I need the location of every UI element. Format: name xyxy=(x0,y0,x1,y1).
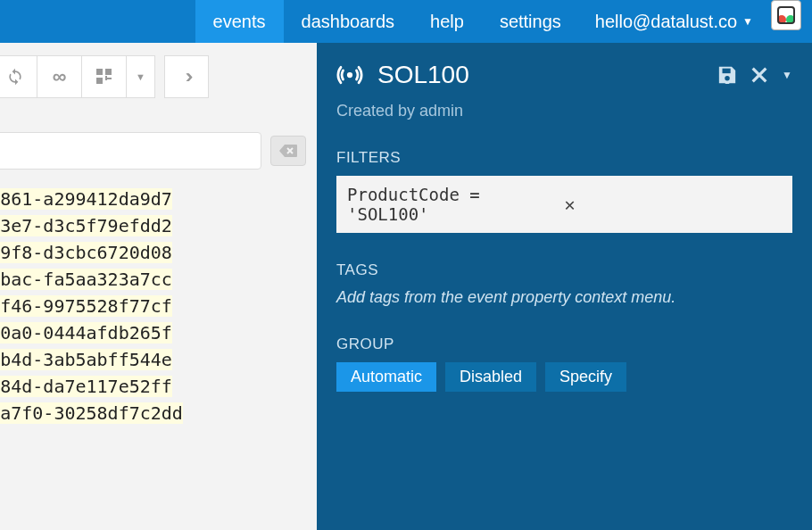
svg-rect-3 xyxy=(96,69,103,75)
chevrons-right-icon: ›› xyxy=(186,65,188,88)
caret-down-icon: ▼ xyxy=(136,71,145,82)
close-icon xyxy=(750,65,769,85)
log-list: f42-b861-a299412da9d7 db1-93e7-d3c5f79ef… xyxy=(0,182,317,430)
caret-down-icon: ▼ xyxy=(782,69,792,81)
log-line[interactable]: 44ca-a7f0-30258df7c2dd xyxy=(0,400,317,426)
log-line[interactable]: db1-93e7-d3c5f79efdd2 xyxy=(0,212,317,239)
group-specify-button[interactable]: Specify xyxy=(545,362,626,392)
nav-events[interactable]: events xyxy=(195,0,284,43)
left-pane: ∞ ▼ ›› f42-b861-a299412da9d xyxy=(0,43,317,530)
svg-rect-9 xyxy=(723,69,731,74)
log-line[interactable]: a68-80a0-0444afdb265f xyxy=(0,319,317,346)
log-line[interactable]: 923-884d-da7e117e52ff xyxy=(0,373,317,400)
svg-point-10 xyxy=(725,76,730,81)
toolbar: ∞ ▼ ›› xyxy=(0,43,317,111)
close-button[interactable] xyxy=(750,65,769,85)
filters-label: FILTERS xyxy=(336,149,792,167)
filter-expression: ProductCode = 'SOL100' xyxy=(347,185,561,224)
nav-dashboards[interactable]: dashboards xyxy=(284,0,413,43)
clear-search-button[interactable] xyxy=(270,136,306,166)
columns-button[interactable] xyxy=(82,55,127,98)
top-nav: events dashboards help settings hello@da… xyxy=(0,0,812,43)
columns-dropdown-button[interactable]: ▼ xyxy=(127,55,155,98)
nav-user-label: hello@datalust.co xyxy=(595,12,737,32)
signal-icon xyxy=(336,62,363,88)
tags-hint: Add tags from the event property context… xyxy=(336,288,792,307)
refresh-button[interactable] xyxy=(0,55,37,98)
avatar[interactable] xyxy=(771,0,801,30)
nav-user-menu[interactable]: hello@datalust.co ▼ xyxy=(579,0,762,43)
expand-button[interactable]: ›› xyxy=(164,55,209,98)
svg-rect-7 xyxy=(105,76,107,80)
svg-rect-4 xyxy=(105,69,112,75)
save-icon xyxy=(717,65,737,85)
grid-icon xyxy=(96,69,112,85)
created-by-label: Created by admin xyxy=(336,102,792,120)
nav-help[interactable]: help xyxy=(412,0,482,43)
filter-row[interactable]: ProductCode = 'SOL100' ✕ xyxy=(336,176,792,233)
log-line[interactable]: 117-ab4d-3ab5abff544e xyxy=(0,346,317,373)
group-label: GROUP xyxy=(336,335,792,353)
remove-filter-button[interactable]: ✕ xyxy=(561,194,783,215)
avatar-icon xyxy=(775,4,797,26)
svg-rect-5 xyxy=(96,78,103,84)
signal-title: SOL100 xyxy=(377,61,703,89)
nav-settings[interactable]: settings xyxy=(482,0,579,43)
tail-button[interactable]: ∞ xyxy=(37,55,82,98)
log-line[interactable]: 3fe-a9f8-d3cbc6720d08 xyxy=(0,239,317,266)
log-line[interactable]: a9e-8f46-9975528f77cf xyxy=(0,293,317,319)
tags-label: TAGS xyxy=(336,261,792,279)
caret-down-icon: ▼ xyxy=(742,15,753,28)
signal-panel: SOL100 ▼ Created by admin FILTERS Produc… xyxy=(317,43,812,530)
log-line[interactable]: 946-9bac-fa5aa323a7cc xyxy=(0,266,317,293)
backspace-icon xyxy=(279,145,297,157)
log-line[interactable]: f42-b861-a299412da9d7 xyxy=(0,186,317,212)
group-automatic-button[interactable]: Automatic xyxy=(336,362,436,392)
refresh-icon xyxy=(6,68,24,86)
svg-point-8 xyxy=(347,72,352,78)
more-menu-button[interactable]: ▼ xyxy=(782,69,792,81)
group-disabled-button[interactable]: Disabled xyxy=(445,362,536,392)
svg-rect-6 xyxy=(107,78,112,79)
infinity-icon: ∞ xyxy=(53,65,67,88)
search-input[interactable] xyxy=(0,132,261,170)
save-button[interactable] xyxy=(717,65,737,85)
